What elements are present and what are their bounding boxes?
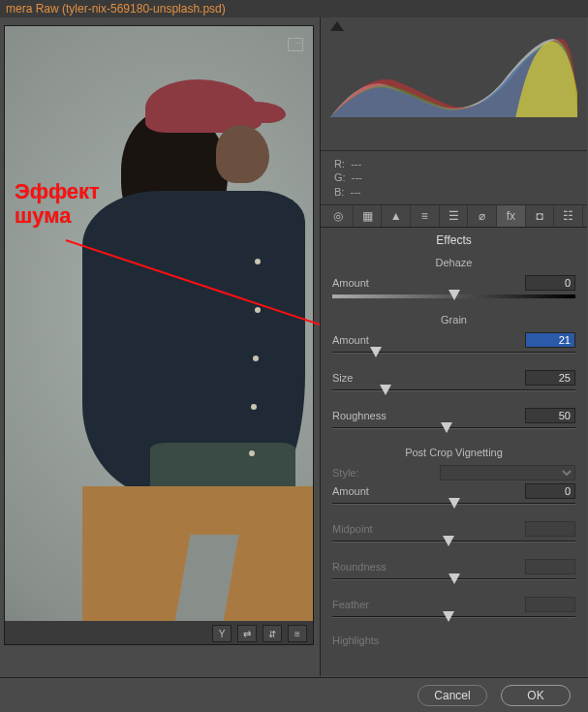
grain-amount-label: Amount xyxy=(332,334,517,346)
dehaze-amount-input[interactable] xyxy=(525,275,575,291)
grain-size-label: Size xyxy=(332,372,517,384)
pcv-style-select[interactable] xyxy=(440,465,575,480)
pcv-style-label: Style: xyxy=(332,467,432,479)
pcv-roundness-input xyxy=(525,559,575,574)
dehaze-amount-row: Amount xyxy=(321,272,587,291)
expand-icon[interactable] xyxy=(288,38,303,51)
pcv-amount-label: Amount xyxy=(332,485,517,497)
copy-settings-button[interactable]: ⇵ xyxy=(263,625,282,642)
grain-size-slider[interactable] xyxy=(332,386,575,399)
grain-roughness-slider[interactable] xyxy=(332,423,575,437)
grain-roughness-label: Roughness xyxy=(332,410,517,421)
shadow-clip-icon[interactable] xyxy=(330,21,344,31)
pcv-amount-input[interactable] xyxy=(525,483,575,499)
preview-toolbar: Y ⇄ ⇵ ≡ xyxy=(5,621,313,644)
panel-title: Effects xyxy=(321,228,587,253)
tab-split[interactable]: ☰ xyxy=(440,205,469,227)
pcv-roundness-slider xyxy=(332,574,575,588)
image-preview: Эффект шума Y ⇄ ⇵ ≡ xyxy=(4,25,314,645)
preview-column: Эффект шума Y ⇄ ⇵ ≡ xyxy=(0,17,320,676)
pcv-midpoint-input xyxy=(525,521,575,537)
grain-amount-input[interactable] xyxy=(525,332,575,348)
pcv-highlights-label: Highlights xyxy=(332,635,575,646)
toggle-settings-button[interactable]: ≡ xyxy=(288,625,307,642)
dehaze-amount-slider[interactable] xyxy=(332,291,575,304)
pcv-feather-slider xyxy=(332,612,575,626)
window-title: mera Raw (tyler-nix-569180-unsplash.psd) xyxy=(0,0,588,17)
tab-detail[interactable]: ▲ xyxy=(382,205,411,227)
ok-button[interactable]: OK xyxy=(501,685,571,706)
grain-roughness-input[interactable] xyxy=(525,408,575,423)
pcv-heading: Post Crop Vignetting xyxy=(321,443,587,462)
cancel-button[interactable]: Cancel xyxy=(418,685,487,706)
pcv-feather-input xyxy=(525,597,575,612)
dialog-footer: Cancel OK xyxy=(0,677,588,712)
tab-presets[interactable]: ☷ xyxy=(554,205,583,227)
dehaze-amount-label: Amount xyxy=(332,277,517,289)
main-area: Эффект шума Y ⇄ ⇵ ≡ xyxy=(0,17,588,676)
pcv-midpoint-slider xyxy=(332,537,575,550)
histogram xyxy=(321,17,587,151)
before-after-button[interactable]: Y xyxy=(212,625,232,642)
grain-heading: Grain xyxy=(321,310,587,329)
grain-amount-slider[interactable] xyxy=(332,348,575,361)
tab-strip: ◎ ▦ ▲ ≡ ☰ ⌀ fx ◘ ☷ xyxy=(321,205,587,228)
dehaze-heading: Dehaze xyxy=(321,253,587,272)
swap-view-button[interactable]: ⇄ xyxy=(237,625,257,642)
tab-calibration[interactable]: ◘ xyxy=(526,205,555,227)
pcv-roundness-label: Roundness xyxy=(332,561,517,573)
tab-hsl[interactable]: ≡ xyxy=(411,205,440,227)
tab-curve[interactable]: ▦ xyxy=(354,205,383,227)
tab-lens[interactable]: ⌀ xyxy=(468,205,497,227)
grain-size-input[interactable] xyxy=(525,370,575,386)
pcv-feather-label: Feather xyxy=(332,599,517,610)
rgb-readout: R: --- G: --- B: --- xyxy=(321,151,587,205)
annotation-text: Эффект шума xyxy=(15,179,100,229)
tab-effects[interactable]: fx xyxy=(497,205,526,227)
adjustments-panel: R: --- G: --- B: --- ◎ ▦ ▲ ≡ ☰ ⌀ fx ◘ ☷ … xyxy=(320,17,587,676)
tab-basic[interactable]: ◎ xyxy=(325,205,354,227)
pcv-midpoint-label: Midpoint xyxy=(332,523,517,535)
pcv-amount-slider[interactable] xyxy=(332,499,575,512)
